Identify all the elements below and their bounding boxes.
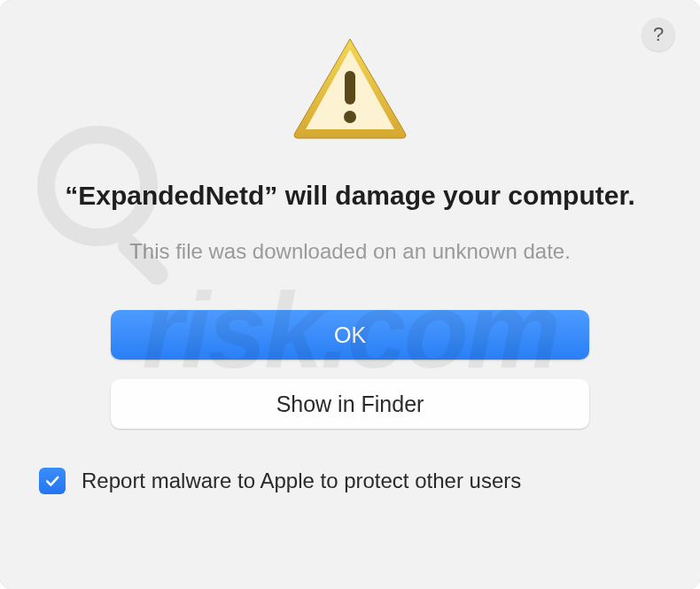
ok-button[interactable]: OK [111, 310, 589, 360]
title-quote-open: “ [65, 181, 78, 210]
help-icon: ? [653, 23, 664, 46]
svg-rect-0 [345, 71, 355, 105]
dialog-subtitle: This file was downloaded on an unknown d… [129, 239, 571, 264]
title-rest: ” will damage your computer. [264, 181, 634, 210]
svg-point-1 [344, 111, 356, 123]
help-button[interactable]: ? [642, 18, 675, 51]
report-malware-checkbox[interactable] [39, 468, 66, 494]
checkmark-icon [43, 472, 61, 490]
report-malware-row: Report malware to Apple to protect other… [39, 468, 521, 494]
report-malware-label[interactable]: Report malware to Apple to protect other… [82, 469, 521, 493]
button-group: OK Show in Finder [111, 310, 589, 429]
alert-dialog: ? “ExpandedNetd” will damage your comput… [0, 0, 700, 589]
show-in-finder-button[interactable]: Show in Finder [111, 379, 589, 429]
title-app-name: ExpandedNetd [78, 181, 264, 210]
dialog-title: “ExpandedNetd” will damage your computer… [65, 179, 634, 213]
warning-triangle-icon [288, 34, 412, 142]
